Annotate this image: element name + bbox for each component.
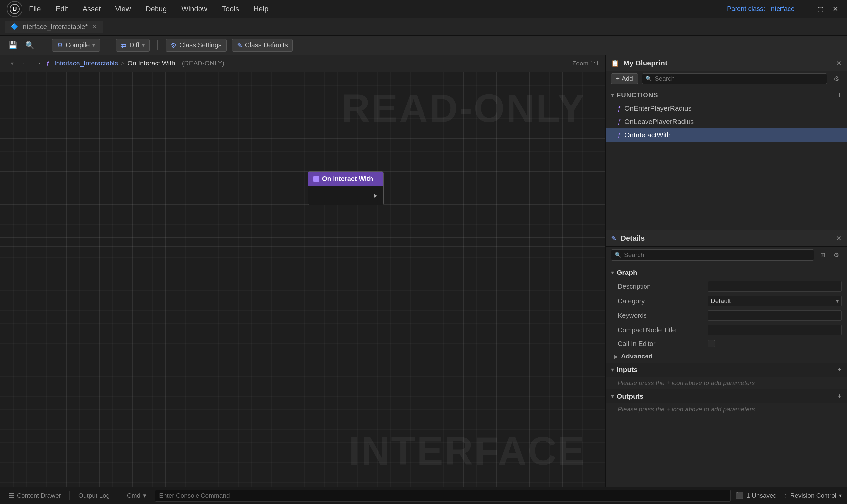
details-search-input[interactable]	[624, 251, 810, 258]
canvas-divider-v2	[400, 72, 400, 487]
inputs-label: Inputs	[617, 366, 638, 374]
compile-label: Compile	[66, 41, 90, 49]
fn-icon-1: ƒ	[618, 105, 621, 112]
browse-button[interactable]: 🔍	[24, 39, 36, 51]
window-restore-button[interactable]: ▢	[815, 4, 825, 14]
outputs-section-header[interactable]: ▾ Outputs +	[606, 389, 847, 403]
functions-add-button[interactable]: +	[837, 91, 842, 99]
window-minimize-button[interactable]: ─	[800, 4, 810, 14]
menu-debug[interactable]: Debug	[143, 3, 170, 15]
description-row: Description	[606, 279, 847, 294]
details-search-box[interactable]: 🔍	[611, 249, 814, 260]
nav-forward-button[interactable]: →	[33, 58, 44, 69]
function-item-onenter[interactable]: ƒ OnEnterPlayerRadius	[606, 102, 847, 115]
inputs-add-button[interactable]: +	[837, 365, 842, 374]
compile-icon: ⚙	[57, 41, 63, 49]
functions-arrow-icon: ▾	[611, 91, 614, 98]
details-panel-header: ✎ Details ✕	[606, 230, 847, 247]
graph-section-header[interactable]: ▾ Graph	[606, 266, 847, 279]
bp-node-on-interact-with[interactable]: On Interact With ▶	[308, 171, 384, 205]
breadcrumb-readonly-label: (READ-ONLY)	[182, 59, 225, 67]
class-defaults-icon: ✎	[237, 41, 243, 49]
details-view-button[interactable]: ⊞	[817, 250, 828, 260]
inputs-section-header[interactable]: ▾ Inputs +	[606, 363, 847, 377]
blueprint-editor: ▾ ← → ƒ Interface_Interactable > On Inte…	[0, 55, 605, 487]
class-defaults-button[interactable]: ✎ Class Defaults	[232, 39, 293, 52]
nav-back-button[interactable]: ←	[20, 58, 31, 69]
save-button[interactable]: 💾	[6, 39, 19, 51]
my-blueprint-search-box[interactable]: 🔍	[642, 73, 827, 84]
interface-watermark: INTERFACE	[349, 428, 586, 473]
fn-label-2: OnLeavePlayerRadius	[624, 118, 694, 126]
keywords-label: Keywords	[618, 312, 704, 320]
compile-button[interactable]: ⚙ Compile ▾	[52, 39, 100, 52]
revision-dropdown-icon: ▾	[839, 492, 842, 499]
bp-node-header: On Interact With	[308, 172, 384, 186]
outputs-empty-message: Please press the + icon above to add par…	[606, 403, 847, 416]
revision-label: Revision Control	[790, 492, 836, 499]
keywords-value[interactable]	[708, 310, 842, 321]
menu-asset[interactable]: Asset	[80, 3, 103, 15]
canvas-divider-h1	[0, 246, 605, 247]
content-drawer-button[interactable]: ☰ Content Drawer	[5, 490, 64, 501]
function-item-oninteract[interactable]: ƒ OnInteractWith	[606, 128, 847, 142]
menu-view[interactable]: View	[112, 3, 133, 15]
fn-icon-3: ƒ	[618, 132, 621, 139]
class-settings-label: Class Settings	[179, 41, 222, 49]
class-settings-icon: ⚙	[171, 41, 177, 49]
search-icon: 🔍	[646, 75, 652, 82]
outputs-arrow-icon: ▾	[611, 393, 614, 400]
category-dropdown-icon: ▾	[836, 298, 839, 304]
diff-dropdown-icon[interactable]: ▾	[142, 42, 145, 48]
unsaved-label: 1 Unsaved	[746, 492, 777, 499]
readonly-watermark: READ-ONLY	[341, 85, 586, 131]
diff-button[interactable]: ⇄ Diff ▾	[116, 39, 149, 52]
functions-label: FUNCTIONS	[617, 91, 658, 99]
output-log-button[interactable]: Output Log	[75, 491, 113, 501]
compact-node-title-value[interactable]	[708, 325, 842, 335]
description-value[interactable]	[708, 281, 842, 292]
call-in-editor-row: Call In Editor	[606, 337, 847, 350]
blueprint-canvas[interactable]: READ-ONLY INTERFACE On Interact With ▶	[0, 72, 605, 487]
advanced-section-header[interactable]: ▶ Advanced	[606, 350, 847, 363]
menu-file[interactable]: File	[27, 3, 43, 15]
function-item-onleave[interactable]: ƒ OnLeavePlayerRadius	[606, 115, 847, 128]
revision-icon: ↕	[784, 492, 788, 499]
menu-edit[interactable]: Edit	[53, 3, 70, 15]
my-blueprint-add-button[interactable]: + Add	[611, 73, 638, 84]
details-settings-button[interactable]: ⚙	[831, 250, 842, 260]
class-settings-button[interactable]: ⚙ Class Settings	[166, 39, 227, 52]
outputs-add-button[interactable]: +	[837, 392, 842, 400]
menu-help[interactable]: Help	[251, 3, 271, 15]
details-close-button[interactable]: ✕	[836, 234, 842, 242]
menu-bar: File Edit Asset View Debug Window Tools …	[27, 3, 271, 15]
tab-file-close[interactable]: ✕	[91, 23, 98, 31]
my-blueprint-close-button[interactable]: ✕	[836, 59, 842, 67]
toolbar: 💾 🔍 ⚙ Compile ▾ ⇄ Diff ▾ ⚙ Class Setting…	[0, 36, 847, 55]
my-blueprint-toolbar: + Add 🔍 ⚙	[606, 71, 847, 86]
breadcrumb-toggle[interactable]: ▾	[6, 58, 17, 69]
functions-section-header[interactable]: ▾ FUNCTIONS +	[606, 88, 847, 102]
title-bar-left: U File Edit Asset View Debug Window Tool…	[6, 1, 271, 17]
parent-class-label: Parent class: Interface	[727, 5, 795, 13]
window-close-button[interactable]: ✕	[830, 4, 841, 14]
compile-dropdown-icon[interactable]: ▾	[92, 42, 95, 48]
revision-control-button[interactable]: ↕ Revision Control ▾	[784, 492, 842, 499]
menu-window[interactable]: Window	[179, 3, 210, 15]
file-tab-icon: 🔷	[11, 23, 18, 31]
category-select[interactable]: Default ▾	[708, 296, 842, 306]
description-label: Description	[618, 283, 704, 290]
bp-node-title: On Interact With	[322, 175, 373, 183]
my-blueprint-settings-button[interactable]: ⚙	[831, 73, 842, 84]
menu-tools[interactable]: Tools	[219, 3, 242, 15]
breadcrumb-class[interactable]: Interface_Interactable	[54, 59, 118, 67]
call-in-editor-checkbox[interactable]	[708, 340, 715, 347]
console-command-input[interactable]	[155, 490, 730, 502]
cmd-button[interactable]: Cmd ▾	[124, 490, 149, 501]
my-blueprint-search-input[interactable]	[655, 75, 824, 82]
advanced-label: Advanced	[621, 353, 653, 360]
inputs-arrow-icon: ▾	[611, 366, 614, 373]
breadcrumb-current: On Interact With	[127, 59, 175, 67]
tab-file[interactable]: 🔷 Interface_Interactable* ✕	[5, 20, 103, 33]
my-blueprint-header: 📋 My Blueprint ✕	[606, 55, 847, 71]
